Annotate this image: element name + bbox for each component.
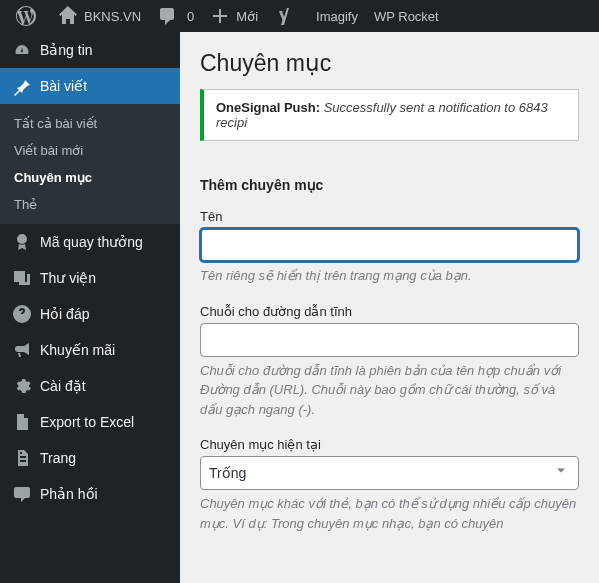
field-name: Tên Tên riêng sẽ hiển thị trên trang mạn… <box>200 209 579 286</box>
notice-prefix: OneSignal Push: <box>216 100 320 115</box>
help-icon <box>12 304 32 324</box>
imagify-link[interactable]: Imagify <box>308 0 366 32</box>
pin-icon <box>12 76 32 96</box>
menu-settings-label: Cài đặt <box>40 378 86 394</box>
menu-export[interactable]: Export to Excel <box>0 404 180 440</box>
field-slug: Chuỗi cho đường dẫn tĩnh Chuỗi cho đường… <box>200 304 579 420</box>
submenu-all-posts[interactable]: Tất cả bài viết <box>0 110 180 137</box>
media-icon <box>12 268 32 288</box>
imagify-label: Imagify <box>316 9 358 24</box>
menu-comments[interactable]: Phản hồi <box>0 476 180 512</box>
menu-dashboard-label: Bảng tin <box>40 42 93 58</box>
admin-sidebar: Bảng tin Bài viết Tất cả bài viết Viết b… <box>0 32 180 583</box>
menu-export-label: Export to Excel <box>40 414 134 430</box>
add-category-heading: Thêm chuyên mục <box>200 177 579 193</box>
menu-media-label: Thư viện <box>40 270 96 286</box>
comment-count: 0 <box>187 9 194 24</box>
menu-promo-label: Khuyến mãi <box>40 342 115 358</box>
site-name: BKNS.VN <box>84 9 141 24</box>
menu-posts-label: Bài viết <box>40 78 87 94</box>
wordpress-icon <box>16 6 36 26</box>
menu-pages[interactable]: Trang <box>0 440 180 476</box>
submenu-new-post[interactable]: Viết bài mới <box>0 137 180 164</box>
wp-logo[interactable] <box>8 0 50 32</box>
plus-icon <box>210 6 230 26</box>
name-desc: Tên riêng sẽ hiển thị trên trang mạng củ… <box>200 266 579 286</box>
menu-faq[interactable]: Hỏi đáp <box>0 296 180 332</box>
home-icon <box>58 6 78 26</box>
menu-media[interactable]: Thư viện <box>0 260 180 296</box>
pages-icon <box>12 448 32 468</box>
menu-promo[interactable]: Khuyến mãi <box>0 332 180 368</box>
slug-input[interactable] <box>200 323 579 357</box>
menu-lucky[interactable]: Mã quay thưởng <box>0 224 180 260</box>
menu-dashboard[interactable]: Bảng tin <box>0 32 180 68</box>
megaphone-icon <box>12 340 32 360</box>
menu-pages-label: Trang <box>40 450 76 466</box>
new-content[interactable]: Mới <box>202 0 266 32</box>
chat-icon <box>12 484 32 504</box>
wprocket-link[interactable]: WP Rocket <box>366 0 447 32</box>
menu-faq-label: Hỏi đáp <box>40 306 89 322</box>
yoast-icon <box>274 6 294 26</box>
slug-desc: Chuỗi cho đường dẫn tĩnh là phiên bản củ… <box>200 361 579 420</box>
field-parent: Chuyên mục hiện tại Chuyên mục khác với … <box>200 437 579 533</box>
slug-label: Chuỗi cho đường dẫn tĩnh <box>200 304 579 319</box>
parent-label: Chuyên mục hiện tại <box>200 437 579 452</box>
yoast-link[interactable] <box>266 0 308 32</box>
wprocket-label: WP Rocket <box>374 9 439 24</box>
name-input[interactable] <box>200 228 579 262</box>
file-icon <box>12 412 32 432</box>
name-label: Tên <box>200 209 579 224</box>
submenu-categories[interactable]: Chuyên mục <box>0 164 180 191</box>
comment-icon <box>157 6 177 26</box>
posts-submenu: Tất cả bài viết Viết bài mới Chuyên mục … <box>0 104 180 224</box>
parent-desc: Chuyên mục khác với thẻ, bạn có thể sử d… <box>200 494 579 533</box>
award-icon <box>12 232 32 252</box>
new-label: Mới <box>236 9 258 24</box>
onesignal-notice: OneSignal Push: Successfully sent a noti… <box>200 89 579 141</box>
menu-settings[interactable]: Cài đặt <box>0 368 180 404</box>
parent-select[interactable] <box>200 456 579 490</box>
site-home[interactable]: BKNS.VN <box>50 0 149 32</box>
menu-comments-label: Phản hồi <box>40 486 98 502</box>
page-title: Chuyên mục <box>200 32 579 89</box>
gear-icon <box>12 376 32 396</box>
admin-bar: BKNS.VN 0 Mới Imagify WP Rocket <box>0 0 599 32</box>
main-content: Chuyên mục OneSignal Push: Successfully … <box>180 32 599 583</box>
menu-lucky-label: Mã quay thưởng <box>40 234 143 250</box>
comments-link[interactable]: 0 <box>149 0 202 32</box>
menu-posts[interactable]: Bài viết <box>0 68 180 104</box>
submenu-tags[interactable]: Thẻ <box>0 191 180 218</box>
dashboard-icon <box>12 40 32 60</box>
